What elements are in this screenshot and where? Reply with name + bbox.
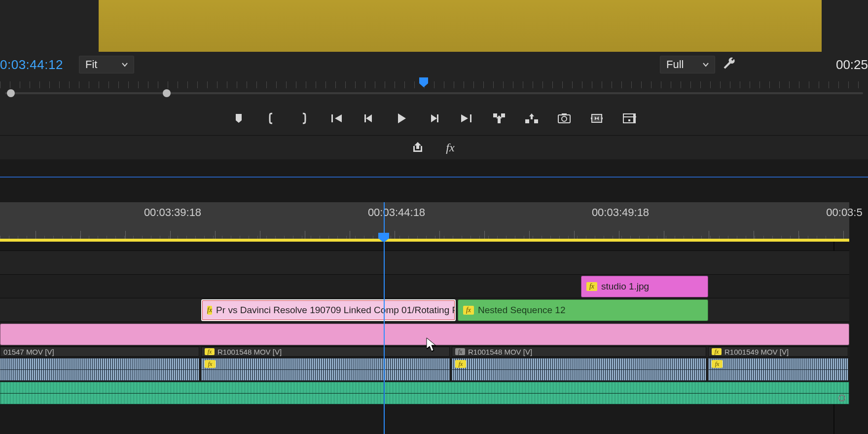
- fx-badge-icon: fx: [455, 360, 466, 368]
- chevron-down-icon: [121, 61, 129, 69]
- playhead-timecode[interactable]: 0:03:44:12: [0, 52, 63, 77]
- fx-badge-icon: fx: [712, 360, 723, 368]
- program-monitor-frame: [99, 0, 822, 52]
- fx-badge-icon: fx: [205, 360, 216, 368]
- mark-in-icon[interactable]: [263, 110, 279, 126]
- fx-badge-icon: fx: [463, 306, 474, 315]
- clip-rotating-price[interactable]: fx Pr vs Davinci Resolve 190709 Linked C…: [201, 299, 456, 321]
- fx-badge-icon: fx: [586, 282, 597, 291]
- track-video-thin[interactable]: 01547 MOV [V] fx R1001548 MOV [V] fx R10…: [0, 346, 849, 357]
- clip-studio1[interactable]: fx studio 1.jpg: [581, 276, 708, 297]
- play-icon[interactable]: [394, 110, 409, 126]
- svg-rect-4: [562, 113, 567, 115]
- transport-controls: [0, 101, 868, 136]
- playback-resolution-label: Full: [666, 58, 684, 71]
- track-v1[interactable]: [0, 322, 849, 346]
- export-frame-icon[interactable]: [556, 110, 572, 126]
- ruler-label: 00:03:39:18: [144, 206, 201, 219]
- monitor-time-ruler[interactable]: [0, 77, 868, 101]
- monitor-zoom-handle-left[interactable]: [7, 89, 15, 97]
- mouse-cursor-icon: [426, 337, 437, 354]
- fx-badge-icon: fx: [207, 306, 212, 315]
- svg-rect-0: [364, 114, 366, 122]
- clip-label: R1001548 MOV [V]: [468, 348, 532, 356]
- track-a1[interactable]: fx fx fx: [0, 357, 849, 381]
- duration-timecode: 00:25: [836, 52, 868, 77]
- zoom-level-select[interactable]: Fit: [79, 56, 134, 73]
- ruler-label: 00:03:44:18: [368, 206, 425, 219]
- timeline-playhead-line[interactable]: [384, 202, 385, 242]
- ruler-label: 00:03:49:18: [592, 206, 649, 219]
- audio-clip[interactable]: fx: [452, 358, 706, 381]
- clip-label: R1001549 MOV [V]: [724, 348, 789, 356]
- audio-clip-music[interactable]: [0, 382, 849, 404]
- track-a2[interactable]: [0, 381, 849, 404]
- clip-label: 01547 MOV [V]: [3, 348, 54, 356]
- clip-label: R1001548 MOV [V]: [217, 348, 282, 356]
- clip-label: Nested Sequence 12: [478, 305, 565, 316]
- timeline-ruler[interactable]: 00:03:39:18 00:03:44:18 00:03:49:18 00:0…: [0, 202, 849, 242]
- monitor-zoom-handle-right[interactable]: [163, 89, 171, 97]
- clip-label: Pr vs Davinci Resolve 190709 Linked Comp…: [216, 305, 456, 316]
- lift-icon[interactable]: [491, 110, 507, 126]
- timeline-tracks: fx studio 1.jpg fx Pr vs Davinci Resolve…: [0, 242, 849, 434]
- playback-resolution-select[interactable]: Full: [660, 56, 715, 73]
- program-monitor-area: [0, 0, 868, 52]
- button-editor-icon[interactable]: [621, 110, 637, 126]
- track-v4[interactable]: [0, 251, 849, 274]
- fx-badge-icon: fx: [712, 348, 722, 355]
- audio-clip[interactable]: [0, 358, 199, 381]
- step-forward-icon[interactable]: [426, 110, 442, 126]
- zoom-level-label: Fit: [85, 58, 97, 71]
- clip-label: studio 1.jpg: [601, 281, 649, 292]
- go-to-out-icon[interactable]: [459, 110, 474, 126]
- monitor-zoom-track[interactable]: [5, 92, 863, 94]
- track-v2[interactable]: fx Pr vs Davinci Resolve 190709 Linked C…: [0, 298, 849, 322]
- track-v3[interactable]: fx studio 1.jpg: [0, 274, 849, 298]
- ruler-label: 00:03:5: [826, 206, 862, 219]
- audio-clip[interactable]: fx: [201, 358, 450, 381]
- svg-rect-1: [437, 114, 438, 122]
- mark-out-icon[interactable]: [296, 110, 312, 126]
- go-to-in-icon[interactable]: [328, 110, 344, 126]
- video-clip-d[interactable]: fx R1001549 MOV [V]: [708, 347, 848, 357]
- fx-badge-icon: fx: [455, 348, 465, 355]
- chevron-down-icon: [702, 61, 710, 69]
- transport-controls-secondary: fx: [0, 136, 868, 159]
- comparison-view-icon[interactable]: [589, 110, 605, 126]
- video-clip-b[interactable]: fx R1001548 MOV [V]: [201, 347, 450, 357]
- add-marker-icon[interactable]: [231, 110, 247, 126]
- scroll-handle-bottom-icon[interactable]: [838, 395, 845, 401]
- video-clip-a[interactable]: 01547 MOV [V]: [0, 347, 199, 357]
- monitor-ruler-ticks: [0, 77, 868, 92]
- step-back-icon[interactable]: [361, 110, 377, 126]
- clip-base-pink[interactable]: [0, 324, 849, 345]
- timeline-ruler-labels: 00:03:39:18 00:03:44:18 00:03:49:18 00:0…: [0, 206, 849, 221]
- clip-nested-sequence[interactable]: fx Nested Sequence 12: [458, 299, 708, 321]
- timeline-playhead-line[interactable]: [384, 242, 385, 434]
- ruler-major-ticks: [0, 222, 849, 240]
- settings-wrench-icon[interactable]: [722, 57, 736, 71]
- timeline-panel-gap: [0, 178, 868, 202]
- audio-clip[interactable]: fx: [708, 358, 848, 381]
- video-clip-c[interactable]: fx R1001548 MOV [V]: [452, 347, 706, 357]
- export-icon[interactable]: [410, 140, 426, 155]
- monitor-control-bar: 0:03:44:12 Fit Full 00:25: [0, 52, 868, 77]
- svg-point-3: [562, 116, 567, 121]
- fx-badge-icon: fx: [205, 348, 215, 355]
- fx-badge-icon[interactable]: fx: [442, 140, 458, 155]
- extract-icon[interactable]: [524, 110, 540, 126]
